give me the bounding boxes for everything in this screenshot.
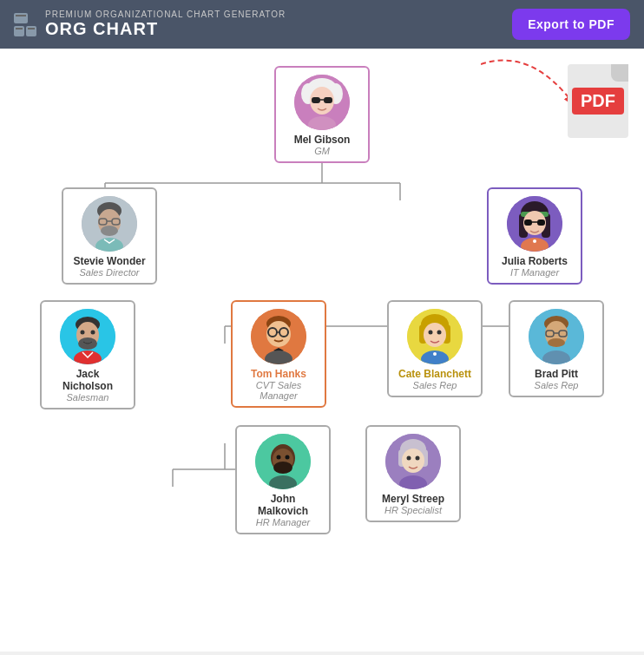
header-left: PREMIUM ORGANIZATIONAL CHART GENERATOR O… [14, 10, 286, 39]
avatar-stevie-wonder [82, 196, 137, 252]
node-cate-blanchett: Cate Blanchett Sales Rep [387, 300, 483, 409]
svg-point-80 [286, 455, 290, 460]
avatar-meryl-streep [385, 434, 441, 489]
meryl-streep-title: HR Specialist [384, 505, 442, 515]
node-jack-nicholson: Jack Nicholson Salesman [40, 300, 135, 409]
avatar-tom-hanks [251, 309, 306, 364]
svg-point-43 [533, 239, 536, 243]
svg-point-67 [433, 352, 437, 356]
header: PREMIUM ORGANIZATIONAL CHART GENERATOR O… [0, 0, 644, 49]
avatar-john-malkovich [255, 434, 311, 489]
svg-point-87 [402, 449, 424, 473]
export-pdf-button[interactable]: Export to PDF [512, 9, 630, 40]
cate-blanchett-title: Sales Rep [413, 380, 457, 390]
node-julia-roberts: Julia Roberts IT Manager [487, 187, 582, 285]
avatar-mel-gibson [294, 75, 350, 130]
john-malkovich-name: John Malkovich [246, 493, 320, 517]
mel-gibson-name: Mel Gibson [294, 134, 351, 146]
svg-point-65 [437, 331, 442, 335]
svg-point-63 [424, 323, 446, 347]
stevie-wonder-name: Stevie Wonder [73, 255, 145, 267]
chart-area: PDF [0, 49, 644, 652]
svg-point-64 [429, 331, 433, 335]
node-tom-hanks: Tom Hanks CVT Sales Manager [231, 300, 326, 409]
tom-hanks-title: CVT Sales Manager [241, 380, 316, 401]
svg-point-48 [81, 331, 85, 335]
node-meryl-streep: Meryl Streep HR Specialist [365, 425, 461, 534]
brad-pitt-title: Sales Rep [535, 380, 579, 390]
svg-rect-22 [324, 97, 332, 103]
svg-point-79 [277, 455, 281, 460]
jack-nicholson-title: Salesman [67, 392, 109, 403]
avatar-julia-roberts [507, 196, 562, 252]
node-stevie-wonder: Stevie Wonder Sales Director [62, 187, 157, 285]
svg-rect-40 [537, 219, 545, 226]
header-titles: PREMIUM ORGANIZATIONAL CHART GENERATOR O… [45, 10, 286, 39]
node-mel-gibson: Mel Gibson GM [274, 66, 370, 163]
svg-point-31 [101, 226, 118, 236]
avatar-jack-nicholson [60, 309, 115, 364]
jack-nicholson-name: Jack Nicholson [50, 368, 125, 392]
john-malkovich-title: HR Manager [256, 517, 310, 527]
header-title: ORG CHART [45, 19, 286, 39]
svg-point-89 [416, 456, 420, 461]
stevie-wonder-title: Sales Director [79, 267, 139, 278]
cate-blanchett-name: Cate Blanchett [398, 368, 471, 380]
svg-rect-21 [312, 97, 320, 103]
org-chart-icon [14, 13, 36, 36]
node-brad-pitt: Brad Pitt Sales Rep [509, 300, 604, 409]
tom-hanks-name: Tom Hanks [251, 368, 306, 380]
brad-pitt-name: Brad Pitt [535, 368, 578, 380]
header-subtitle: PREMIUM ORGANIZATIONAL CHART GENERATOR [45, 10, 286, 19]
julia-roberts-name: Julia Roberts [502, 255, 568, 267]
svg-point-74 [548, 338, 565, 347]
svg-point-88 [407, 456, 411, 461]
svg-rect-39 [524, 219, 532, 226]
node-john-malkovich: John Malkovich HR Manager [235, 425, 331, 534]
svg-point-81 [273, 462, 292, 474]
avatar-cate-blanchett [407, 309, 463, 364]
mel-gibson-title: GM [314, 146, 330, 156]
avatar-brad-pitt [529, 309, 584, 364]
svg-point-49 [91, 331, 95, 335]
meryl-streep-name: Meryl Streep [382, 493, 444, 505]
julia-roberts-title: IT Manager [510, 267, 559, 278]
